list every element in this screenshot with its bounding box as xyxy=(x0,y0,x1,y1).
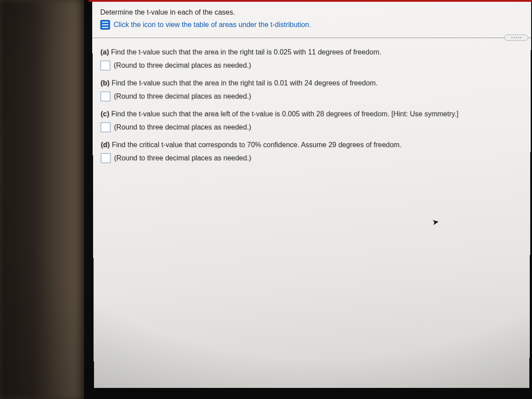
answer-row-b: (Round to three decimal places as needed… xyxy=(101,91,523,102)
background-room xyxy=(0,0,84,399)
divider-line xyxy=(92,38,531,38)
question-c-text: Find the t-value such that the area left… xyxy=(111,110,458,117)
instruction-text: Determine the t-value in each of the cas… xyxy=(100,7,523,18)
question-b-label: (b) xyxy=(101,79,110,87)
table-icon[interactable] xyxy=(100,20,110,30)
question-c: (c) Find the t-value such that the area … xyxy=(101,109,523,119)
answer-row-a: (Round to three decimal places as needed… xyxy=(101,60,523,71)
round-note-a: (Round to three decimal places as needed… xyxy=(114,60,251,71)
question-panel: Determine the t-value in each of the cas… xyxy=(92,1,531,388)
answer-row-c: (Round to three decimal places as needed… xyxy=(101,122,523,133)
question-a-text: Find the t-value such that the area in t… xyxy=(111,48,381,56)
table-link-row[interactable]: Click the icon to view the table of area… xyxy=(100,20,523,30)
question-d-label: (d) xyxy=(101,141,110,149)
expand-pill[interactable] xyxy=(505,35,528,41)
question-d: (d) Find the critical t-value that corre… xyxy=(101,140,522,150)
window-top-accent xyxy=(89,0,532,2)
question-a-label: (a) xyxy=(100,48,109,56)
answer-row-d: (Round to three decimal places as needed… xyxy=(101,153,522,164)
answer-input-d[interactable] xyxy=(101,153,110,163)
question-a: (a) Find the t-value such that the area … xyxy=(100,47,523,58)
round-note-c: (Round to three decimal places as needed… xyxy=(114,122,251,133)
table-link-text[interactable]: Click the icon to view the table of area… xyxy=(113,20,311,30)
section-divider xyxy=(92,35,531,41)
question-b-text: Find the t-value such that the area in t… xyxy=(112,79,378,87)
round-note-d: (Round to three decimal places as needed… xyxy=(114,153,251,164)
round-note-b: (Round to three decimal places as needed… xyxy=(114,91,251,102)
answer-input-c[interactable] xyxy=(101,122,110,132)
question-d-text: Find the critical t-value that correspon… xyxy=(112,141,402,149)
question-b: (b) Find the t-value such that the area … xyxy=(101,78,523,89)
answer-input-a[interactable] xyxy=(101,61,110,70)
question-c-label: (c) xyxy=(101,110,110,117)
answer-input-b[interactable] xyxy=(101,92,110,102)
